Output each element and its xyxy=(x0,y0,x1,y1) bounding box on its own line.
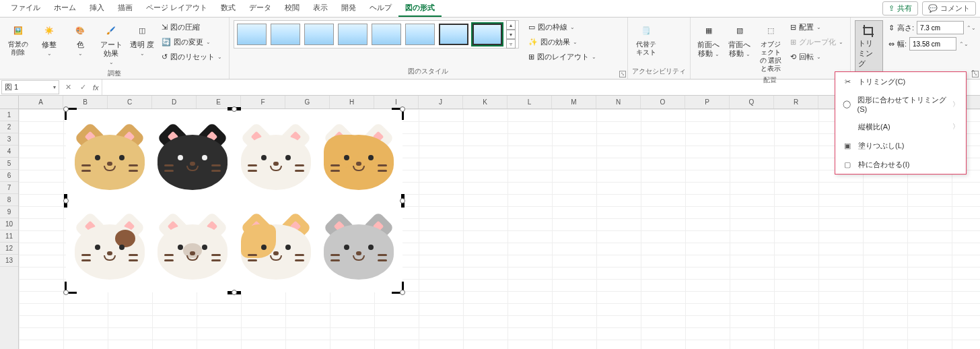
col-header[interactable]: P xyxy=(685,96,730,108)
dd-crop[interactable]: ✂トリミング(C) xyxy=(835,72,966,91)
remove-background-button[interactable]: 🖼️背景の 削除 xyxy=(4,20,32,58)
height-input[interactable] xyxy=(917,21,964,34)
enter-formula[interactable]: ✓ xyxy=(75,83,90,92)
resize-handle[interactable] xyxy=(400,106,405,112)
row-header[interactable]: 11 xyxy=(0,230,18,243)
dd-aspect-ratio[interactable]: 縦横比(A)〉 xyxy=(835,117,966,136)
tab-1[interactable]: ホーム xyxy=(47,0,83,17)
tab-2[interactable]: 挿入 xyxy=(83,0,111,17)
cancel-formula[interactable]: ✕ xyxy=(61,83,75,92)
rotate-button[interactable]: ⟲回転⌄ xyxy=(788,50,846,63)
send-backward-button[interactable]: ▧背面へ 移動 ⌄ xyxy=(726,20,754,59)
bring-forward-button[interactable]: ▦前面へ 移動 ⌄ xyxy=(695,20,723,59)
share-button[interactable]: ⇪共有 xyxy=(882,1,918,15)
row-header[interactable]: 6 xyxy=(0,170,18,182)
row-header[interactable]: 5 xyxy=(0,158,18,170)
change-picture-button[interactable]: 🔄図の変更⌄ xyxy=(159,35,225,49)
dd-fit[interactable]: ▢枠に合わせる(I) xyxy=(835,155,966,174)
col-header[interactable]: A xyxy=(19,96,63,108)
row-header[interactable]: 1 xyxy=(0,109,18,121)
style-thumb[interactable] xyxy=(439,24,468,45)
dd-fill[interactable]: ▣塗りつぶし(L) xyxy=(835,136,966,155)
row-header[interactable]: 13 xyxy=(0,255,18,267)
col-header[interactable]: L xyxy=(508,96,552,108)
tab-0[interactable]: ファイル xyxy=(4,0,47,17)
col-header[interactable]: K xyxy=(463,96,508,108)
resize-handle[interactable] xyxy=(63,106,69,112)
picture-styles-gallery[interactable]: ▴▾▿ xyxy=(234,20,519,49)
tab-10[interactable]: ヘルプ xyxy=(363,0,398,17)
col-header[interactable]: F xyxy=(241,96,285,108)
col-header[interactable]: G xyxy=(285,96,330,108)
fill-icon: ▣ xyxy=(842,140,853,151)
collapse-ribbon[interactable]: ⌃ xyxy=(968,68,977,77)
row-header[interactable]: 4 xyxy=(0,146,18,158)
resize-handle[interactable] xyxy=(232,290,237,295)
col-header[interactable]: B xyxy=(63,96,108,108)
align-button[interactable]: ⊟配置⌄ xyxy=(788,20,846,34)
style-thumb[interactable] xyxy=(237,24,267,45)
row-header[interactable]: 2 xyxy=(0,121,18,133)
col-header[interactable]: N xyxy=(596,96,641,108)
group-label-arrange: 配置 xyxy=(695,74,846,85)
tab-5[interactable]: 数式 xyxy=(214,0,242,17)
resize-handle[interactable] xyxy=(63,290,69,295)
col-header[interactable]: M xyxy=(552,96,596,108)
alt-text-button[interactable]: 🗒️代替テ キスト xyxy=(632,20,660,58)
style-thumb-selected[interactable] xyxy=(473,24,502,45)
reset-picture-button[interactable]: ↺図のリセット⌄ xyxy=(159,50,225,63)
picture-effects-button[interactable]: ✨図の効果⌄ xyxy=(526,35,599,49)
tab-11[interactable]: 図の形式 xyxy=(398,0,442,17)
picture-layout-button[interactable]: ⊞図のレイアウト⌄ xyxy=(526,50,599,63)
row-header[interactable]: 10 xyxy=(0,218,18,230)
tab-4[interactable]: ページ レイアウト xyxy=(139,0,214,17)
col-header[interactable]: O xyxy=(641,96,685,108)
corrections-button[interactable]: ☀️修整⌄ xyxy=(35,20,63,59)
col-header[interactable]: J xyxy=(419,96,463,108)
col-header[interactable]: D xyxy=(152,96,197,108)
col-header[interactable]: Q xyxy=(730,96,774,108)
name-box[interactable]: 図 1▾ xyxy=(1,80,59,94)
tab-6[interactable]: データ xyxy=(242,0,278,17)
select-all-corner[interactable] xyxy=(0,96,18,109)
resize-handle[interactable] xyxy=(400,198,405,203)
resize-handle[interactable] xyxy=(400,290,405,295)
col-header[interactable]: I xyxy=(374,96,419,108)
row-header[interactable]: 3 xyxy=(0,133,18,146)
fx-icon[interactable]: fx xyxy=(90,84,102,92)
gallery-more[interactable]: ▿ xyxy=(506,39,516,49)
row-header[interactable]: 9 xyxy=(0,206,18,218)
compress-button[interactable]: ⇲図の圧縮 xyxy=(159,20,225,34)
tab-8[interactable]: 表示 xyxy=(306,0,335,17)
gallery-up[interactable]: ▴ xyxy=(506,20,516,30)
resize-handle[interactable] xyxy=(232,106,237,112)
artistic-button[interactable]: 🖌️アート効果⌄ xyxy=(97,20,125,67)
resize-handle[interactable] xyxy=(63,198,69,203)
row-header[interactable]: 12 xyxy=(0,243,18,255)
row-header[interactable]: 8 xyxy=(0,194,18,206)
col-header[interactable]: C xyxy=(108,96,152,108)
styles-dialog-launcher[interactable]: ⤡ xyxy=(619,71,626,77)
color-button[interactable]: 🎨色⌄ xyxy=(66,20,94,59)
selection-pane-button[interactable]: ⬚オブジェクトの 選択と表示 xyxy=(757,20,785,74)
gallery-down[interactable]: ▾ xyxy=(506,30,516,39)
group-button[interactable]: ⊞グループ化⌄ xyxy=(788,35,846,49)
style-thumb[interactable] xyxy=(271,24,300,45)
width-input[interactable] xyxy=(909,37,956,51)
col-header[interactable]: R xyxy=(774,96,818,108)
tab-7[interactable]: 校閲 xyxy=(278,0,306,17)
transparency-button[interactable]: ◫透明 度⌄ xyxy=(128,20,156,59)
comment-button[interactable]: 💬コメント xyxy=(922,1,976,15)
dd-crop-to-shape[interactable]: ◯図形に合わせてトリミング(S)〉 xyxy=(835,91,966,117)
tab-3[interactable]: 描画 xyxy=(111,0,139,17)
crop-button[interactable]: トリミング ⌄ xyxy=(855,20,883,78)
picture-border-button[interactable]: ▭図の枠線⌄ xyxy=(526,20,599,34)
selected-picture[interactable] xyxy=(66,109,403,292)
row-header[interactable]: 7 xyxy=(0,182,18,194)
tab-9[interactable]: 開発 xyxy=(335,0,363,17)
style-thumb[interactable] xyxy=(372,24,401,45)
style-thumb[interactable] xyxy=(304,24,334,45)
style-thumb[interactable] xyxy=(338,24,368,45)
style-thumb[interactable] xyxy=(405,24,435,45)
col-header[interactable]: H xyxy=(330,96,374,108)
